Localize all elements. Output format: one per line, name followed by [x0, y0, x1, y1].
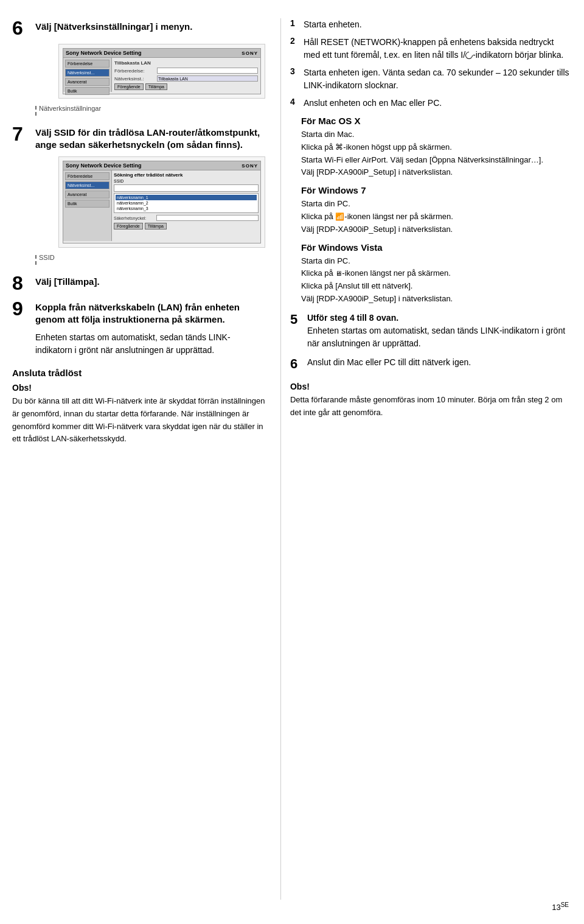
step-9-number: 9	[12, 299, 30, 318]
mac-heading: För Mac OS X	[301, 116, 572, 126]
win7-line-1: Starta din PC.	[301, 198, 572, 211]
step-5-text: Utför steg 4 till 8 ovan.	[307, 312, 572, 324]
vista-line-3: Klicka på [Anslut till ett nätverk].	[301, 280, 572, 293]
step-7-text: Välj SSID för din trådlösa LAN-router/åt…	[35, 124, 265, 150]
right-obs-body: Detta förfarande måste genomföras inom 1…	[290, 394, 572, 419]
step-7-number: 7	[12, 124, 30, 144]
vista-section: För Windows Vista Starta din PC. Klicka …	[301, 242, 572, 306]
vista-line-2: Klicka på 🖥-ikonen längst ner på skärmen…	[301, 267, 572, 280]
page-number: 13SE	[552, 901, 569, 912]
mac-line-4: Välj [RDP-XA900iP_Setup] i nätverkslista…	[301, 166, 572, 179]
win7-line-3: Välj [RDP-XA900iP_Setup] i nätverkslista…	[301, 223, 572, 236]
screenshot-2: Sony Network Device Setting SONY Förbere…	[58, 156, 265, 248]
step-7-heading: 7 Välj SSID för din trådlösa LAN-router/…	[12, 124, 265, 150]
step-9-text: Koppla från nätverkskabeln (LAN) från en…	[35, 299, 265, 325]
vista-line-4: Välj [RDP-XA900iP_Setup] i nätverkslista…	[301, 293, 572, 306]
ansluta-heading: Ansluta trådlöst	[12, 368, 265, 378]
win7-line-2: Klicka på 📶-ikonen längst ner på skärmen…	[301, 211, 572, 223]
mac-body: Starta din Mac. Klicka på ⌘-ikonen högst…	[301, 128, 572, 179]
step-6-right-text: Anslut din Mac eller PC till ditt nätver…	[307, 356, 572, 372]
right-step-2: 2 Håll RESET (NETWORK)-knappen på enhete…	[290, 36, 572, 61]
right-obs-heading: Obs!	[290, 382, 572, 391]
win7-heading: För Windows 7	[301, 185, 572, 195]
right-step-4: 4 Anslut enheten och en Mac eller PC.	[290, 97, 572, 110]
step-5-body: Enheten startas om automatiskt, sedan tä…	[307, 324, 572, 350]
vista-heading: För Windows Vista	[301, 242, 572, 253]
win7-body: Starta din PC. Klicka på 📶-ikonen längst…	[301, 198, 572, 236]
right-step-6: 6 Anslut din Mac eller PC till ditt nätv…	[290, 356, 572, 372]
obs-body: Du bör känna till att ditt Wi-Fi-nätverk…	[12, 395, 265, 446]
column-divider	[280, 18, 281, 900]
step-8-number: 8	[12, 273, 30, 293]
step-8-text: Välj [Tillämpa].	[35, 273, 100, 288]
step-9-heading: 9 Koppla från nätverkskabeln (LAN) från …	[12, 299, 265, 325]
obs-heading: Obs!	[12, 383, 265, 393]
right-step-5: 5 Utför steg 4 till 8 ovan. Enheten star…	[290, 312, 572, 350]
vista-line-1: Starta din PC.	[301, 255, 572, 268]
step-8-heading: 8 Välj [Tillämpa].	[12, 273, 265, 293]
mac-line-2: Klicka på ⌘-ikonen högst upp på skärmen.	[301, 141, 572, 154]
win7-section: För Windows 7 Starta din PC. Klicka på 📶…	[301, 185, 572, 236]
step-9-body: Enheten startas om automatiskt, sedan tä…	[35, 331, 265, 357]
right-obs: Obs! Detta förfarande måste genomföras i…	[290, 382, 572, 419]
screenshot-1-label: Nätverksinställningar	[39, 105, 101, 112]
screenshot-1: Sony Network Device Setting SONY Förbere…	[58, 44, 265, 99]
right-step-1: 1 Starta enheten.	[290, 18, 572, 31]
ssid-label: SSID	[39, 254, 55, 261]
mac-line-1: Starta din Mac.	[301, 128, 572, 141]
step-6-number: 6	[12, 18, 30, 38]
mac-line-3: Starta Wi-Fi eller AirPort. Välj sedan […	[301, 154, 572, 167]
mac-section: För Mac OS X Starta din Mac. Klicka på ⌘…	[301, 116, 572, 179]
step-6-heading: 6 Välj [Nätverksinställningar] i menyn.	[12, 18, 265, 38]
step-6-text: Välj [Nätverksinställningar] i menyn.	[35, 18, 192, 33]
right-step-3: 3 Starta enheten igen. Vänta sedan ca. 7…	[290, 66, 572, 92]
vista-body: Starta din PC. Klicka på 🖥-ikonen längst…	[301, 255, 572, 306]
